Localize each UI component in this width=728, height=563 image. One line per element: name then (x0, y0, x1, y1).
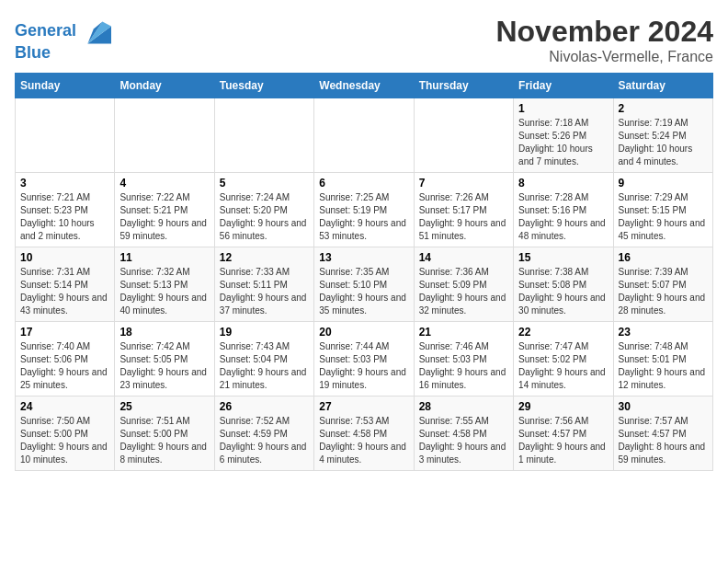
day-number: 30 (619, 400, 708, 413)
day-number: 17 (20, 326, 109, 339)
day-info: Sunrise: 7:24 AM Sunset: 5:20 PM Dayligh… (220, 191, 309, 243)
logo-text: General (15, 22, 76, 40)
day-number: 8 (518, 177, 608, 190)
day-info: Sunrise: 7:19 AM Sunset: 5:24 PM Dayligh… (619, 117, 708, 168)
day-number: 13 (319, 251, 408, 264)
calendar-cell: 20Sunrise: 7:44 AM Sunset: 5:03 PM Dayli… (314, 322, 414, 396)
day-number: 12 (220, 251, 309, 264)
day-number: 1 (518, 102, 608, 115)
day-info: Sunrise: 7:25 AM Sunset: 5:19 PM Dayligh… (319, 191, 408, 243)
day-info: Sunrise: 7:38 AM Sunset: 5:08 PM Dayligh… (518, 266, 608, 317)
day-number: 9 (619, 177, 708, 190)
calendar-cell: 5Sunrise: 7:24 AM Sunset: 5:20 PM Daylig… (214, 173, 313, 247)
calendar-week-row: 3Sunrise: 7:21 AM Sunset: 5:23 PM Daylig… (16, 173, 713, 247)
day-info: Sunrise: 7:55 AM Sunset: 4:58 PM Dayligh… (419, 415, 508, 466)
calendar-cell: 7Sunrise: 7:26 AM Sunset: 5:17 PM Daylig… (414, 173, 513, 247)
calendar-cell: 9Sunrise: 7:29 AM Sunset: 5:15 PM Daylig… (613, 173, 712, 247)
page-header: General Blue November 2024 Nivolas-Verme… (15, 15, 713, 65)
weekday-header: Saturday (613, 74, 712, 98)
day-info: Sunrise: 7:28 AM Sunset: 5:16 PM Dayligh… (518, 191, 608, 243)
day-info: Sunrise: 7:31 AM Sunset: 5:14 PM Dayligh… (20, 266, 109, 317)
calendar-week-row: 1Sunrise: 7:18 AM Sunset: 5:26 PM Daylig… (16, 98, 713, 173)
day-number: 6 (319, 177, 408, 190)
calendar-cell: 13Sunrise: 7:35 AM Sunset: 5:10 PM Dayli… (314, 247, 414, 322)
weekday-header: Sunday (16, 74, 115, 98)
day-number: 15 (518, 251, 608, 264)
logo-icon (82, 18, 111, 44)
calendar-cell: 8Sunrise: 7:28 AM Sunset: 5:16 PM Daylig… (514, 173, 613, 247)
weekday-header: Wednesday (314, 74, 414, 98)
calendar-cell (214, 98, 313, 173)
calendar-cell (16, 98, 115, 173)
day-info: Sunrise: 7:26 AM Sunset: 5:17 PM Dayligh… (419, 191, 508, 243)
calendar-cell: 28Sunrise: 7:55 AM Sunset: 4:58 PM Dayli… (414, 396, 513, 471)
day-number: 7 (419, 177, 508, 190)
calendar-cell (115, 98, 214, 173)
day-info: Sunrise: 7:51 AM Sunset: 5:00 PM Dayligh… (119, 415, 209, 466)
day-number: 25 (119, 400, 209, 413)
day-info: Sunrise: 7:42 AM Sunset: 5:05 PM Dayligh… (119, 340, 209, 392)
weekday-header: Tuesday (214, 74, 313, 98)
calendar-cell: 14Sunrise: 7:36 AM Sunset: 5:09 PM Dayli… (414, 247, 513, 322)
calendar-cell: 27Sunrise: 7:53 AM Sunset: 4:58 PM Dayli… (314, 396, 414, 471)
weekday-header-row: SundayMondayTuesdayWednesdayThursdayFrid… (16, 74, 713, 98)
calendar-cell: 22Sunrise: 7:47 AM Sunset: 5:02 PM Dayli… (514, 322, 613, 396)
day-number: 2 (619, 102, 708, 115)
calendar-cell: 3Sunrise: 7:21 AM Sunset: 5:23 PM Daylig… (16, 173, 115, 247)
calendar-cell (414, 98, 513, 173)
day-info: Sunrise: 7:21 AM Sunset: 5:23 PM Dayligh… (20, 191, 109, 243)
day-number: 4 (119, 177, 209, 190)
page-subtitle: Nivolas-Vermelle, France (495, 49, 713, 65)
calendar-cell: 21Sunrise: 7:46 AM Sunset: 5:03 PM Dayli… (414, 322, 513, 396)
calendar-cell: 4Sunrise: 7:22 AM Sunset: 5:21 PM Daylig… (115, 173, 214, 247)
day-number: 22 (518, 326, 608, 339)
day-info: Sunrise: 7:56 AM Sunset: 4:57 PM Dayligh… (518, 415, 608, 466)
day-info: Sunrise: 7:32 AM Sunset: 5:13 PM Dayligh… (119, 266, 209, 317)
calendar-table: SundayMondayTuesdayWednesdayThursdayFrid… (15, 73, 713, 471)
day-info: Sunrise: 7:52 AM Sunset: 4:59 PM Dayligh… (220, 415, 309, 466)
calendar-cell: 15Sunrise: 7:38 AM Sunset: 5:08 PM Dayli… (514, 247, 613, 322)
calendar-cell: 17Sunrise: 7:40 AM Sunset: 5:06 PM Dayli… (16, 322, 115, 396)
day-number: 26 (220, 400, 309, 413)
title-block: November 2024 Nivolas-Vermelle, France (495, 15, 713, 65)
day-info: Sunrise: 7:47 AM Sunset: 5:02 PM Dayligh… (518, 340, 608, 392)
calendar-cell: 12Sunrise: 7:33 AM Sunset: 5:11 PM Dayli… (214, 247, 313, 322)
day-info: Sunrise: 7:46 AM Sunset: 5:03 PM Dayligh… (419, 340, 508, 392)
day-number: 11 (119, 251, 209, 264)
weekday-header: Monday (115, 74, 214, 98)
day-number: 18 (119, 326, 209, 339)
calendar-cell: 16Sunrise: 7:39 AM Sunset: 5:07 PM Dayli… (613, 247, 712, 322)
calendar-cell: 29Sunrise: 7:56 AM Sunset: 4:57 PM Dayli… (514, 396, 613, 471)
day-info: Sunrise: 7:48 AM Sunset: 5:01 PM Dayligh… (619, 340, 708, 392)
day-number: 24 (20, 400, 109, 413)
weekday-header: Thursday (414, 74, 513, 98)
day-info: Sunrise: 7:53 AM Sunset: 4:58 PM Dayligh… (319, 415, 408, 466)
calendar-cell: 10Sunrise: 7:31 AM Sunset: 5:14 PM Dayli… (16, 247, 115, 322)
day-number: 20 (319, 326, 408, 339)
calendar-cell: 30Sunrise: 7:57 AM Sunset: 4:57 PM Dayli… (613, 396, 712, 471)
day-info: Sunrise: 7:43 AM Sunset: 5:04 PM Dayligh… (220, 340, 309, 392)
day-info: Sunrise: 7:18 AM Sunset: 5:26 PM Dayligh… (518, 117, 608, 168)
calendar-cell: 2Sunrise: 7:19 AM Sunset: 5:24 PM Daylig… (613, 98, 712, 173)
day-info: Sunrise: 7:33 AM Sunset: 5:11 PM Dayligh… (220, 266, 309, 317)
day-number: 28 (419, 400, 508, 413)
day-info: Sunrise: 7:22 AM Sunset: 5:21 PM Dayligh… (119, 191, 209, 243)
day-info: Sunrise: 7:50 AM Sunset: 5:00 PM Dayligh… (20, 415, 109, 466)
calendar-cell: 18Sunrise: 7:42 AM Sunset: 5:05 PM Dayli… (115, 322, 214, 396)
page-title: November 2024 (495, 15, 713, 49)
day-number: 23 (619, 326, 708, 339)
calendar-cell: 1Sunrise: 7:18 AM Sunset: 5:26 PM Daylig… (514, 98, 613, 173)
day-info: Sunrise: 7:36 AM Sunset: 5:09 PM Dayligh… (419, 266, 508, 317)
calendar-week-row: 10Sunrise: 7:31 AM Sunset: 5:14 PM Dayli… (16, 247, 713, 322)
calendar-week-row: 17Sunrise: 7:40 AM Sunset: 5:06 PM Dayli… (16, 322, 713, 396)
day-info: Sunrise: 7:57 AM Sunset: 4:57 PM Dayligh… (619, 415, 708, 466)
day-number: 21 (419, 326, 508, 339)
day-info: Sunrise: 7:40 AM Sunset: 5:06 PM Dayligh… (20, 340, 109, 392)
day-info: Sunrise: 7:35 AM Sunset: 5:10 PM Dayligh… (319, 266, 408, 317)
day-number: 16 (619, 251, 708, 264)
day-number: 10 (20, 251, 109, 264)
day-number: 27 (319, 400, 408, 413)
calendar-week-row: 24Sunrise: 7:50 AM Sunset: 5:00 PM Dayli… (16, 396, 713, 471)
calendar-cell: 19Sunrise: 7:43 AM Sunset: 5:04 PM Dayli… (214, 322, 313, 396)
day-info: Sunrise: 7:39 AM Sunset: 5:07 PM Dayligh… (619, 266, 708, 317)
